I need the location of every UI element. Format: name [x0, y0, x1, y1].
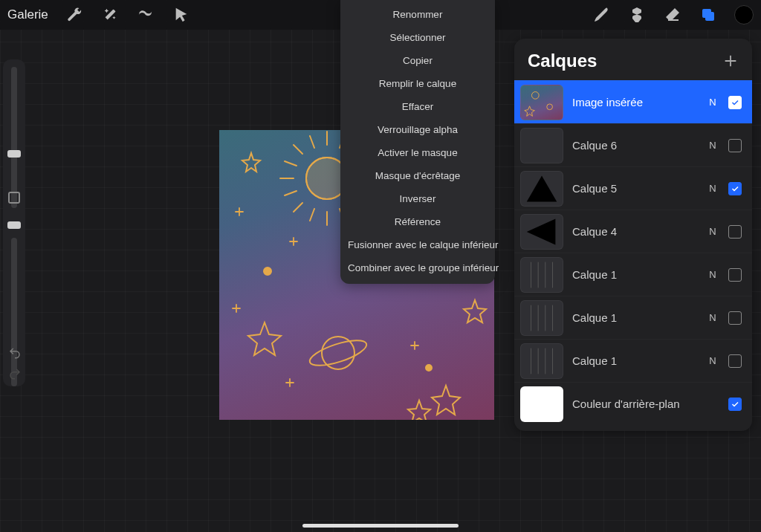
- wrench-icon[interactable]: [65, 5, 84, 25]
- layer-row[interactable]: Calque 4 N: [514, 210, 752, 253]
- layer-blend-mode[interactable]: N: [706, 312, 719, 323]
- eraser-icon[interactable]: [663, 5, 682, 25]
- layer-name: Image insérée: [572, 96, 697, 108]
- svg-point-24: [531, 91, 539, 99]
- layer-name: Calque 1: [572, 311, 697, 324]
- add-layer-icon[interactable]: [722, 53, 739, 69]
- svg-point-25: [547, 103, 553, 109]
- layer-blend-mode[interactable]: N: [706, 97, 719, 108]
- layer-name: Couleur d'arrière-plan: [572, 398, 697, 410]
- undo-icon[interactable]: [8, 346, 22, 360]
- layer-thumbnail: [520, 386, 563, 422]
- brush-icon[interactable]: [592, 5, 611, 25]
- ctx-fill[interactable]: Remplir le calque: [340, 72, 495, 95]
- layers-panel: Calques Image insérée N Calque 6 N Calqu…: [514, 39, 752, 431]
- svg-marker-27: [527, 218, 556, 244]
- layer-visibility-checkbox[interactable]: [728, 311, 742, 325]
- svg-point-21: [426, 365, 432, 371]
- ctx-combine-down[interactable]: Combiner avec le groupe inférieur: [340, 256, 495, 279]
- modifier-button[interactable]: [8, 192, 20, 204]
- ctx-alpha-lock[interactable]: Verrouillage alpha: [340, 118, 495, 141]
- svg-line-10: [310, 136, 314, 148]
- layer-row[interactable]: Calque 6 N: [514, 123, 752, 166]
- smudge-icon[interactable]: [627, 5, 647, 25]
- opacity-slider-track[interactable]: [11, 238, 17, 386]
- brush-size-slider-track[interactable]: [11, 67, 17, 208]
- ctx-clear[interactable]: Effacer: [340, 95, 495, 118]
- ctx-invert[interactable]: Inverser: [340, 187, 495, 210]
- layer-name: Calque 4: [572, 225, 697, 238]
- svg-line-12: [285, 161, 297, 166]
- opacity-slider-thumb[interactable]: [7, 221, 21, 229]
- layer-visibility-checkbox[interactable]: [728, 96, 742, 109]
- layer-row[interactable]: Calque 1 N: [514, 296, 752, 339]
- layer-blend-mode[interactable]: N: [706, 183, 719, 194]
- left-sidebar: [3, 59, 25, 386]
- layers-panel-title: Calques: [528, 51, 597, 71]
- gallery-button[interactable]: Galerie: [7, 7, 48, 22]
- svg-rect-23: [705, 12, 714, 21]
- layer-visibility-checkbox[interactable]: [728, 182, 742, 195]
- home-indicator: [302, 524, 459, 528]
- layer-name: Calque 5: [572, 182, 697, 195]
- layers-icon[interactable]: [699, 5, 718, 25]
- layer-visibility-checkbox[interactable]: [728, 139, 742, 152]
- layer-visibility-checkbox[interactable]: [728, 398, 742, 411]
- layer-row[interactable]: Calque 1 N: [514, 339, 752, 382]
- ctx-rename[interactable]: Renommer: [340, 3, 495, 26]
- layer-name: Calque 6: [572, 139, 697, 152]
- ctx-reference[interactable]: Référence: [340, 210, 495, 233]
- layer-blend-mode[interactable]: N: [706, 226, 719, 237]
- svg-line-14: [285, 191, 297, 195]
- layer-thumbnail: [520, 85, 563, 120]
- color-swatch[interactable]: [734, 5, 754, 25]
- ctx-mask[interactable]: Activer le masque: [340, 141, 495, 164]
- layer-row[interactable]: Image insérée N: [514, 80, 752, 123]
- layer-thumbnail: [520, 128, 563, 163]
- background-layer-row[interactable]: Couleur d'arrière-plan: [514, 382, 752, 425]
- layer-name: Calque 1: [572, 268, 697, 281]
- layer-row[interactable]: Calque 5 N: [514, 166, 752, 210]
- layer-visibility-checkbox[interactable]: [728, 225, 742, 239]
- redo-icon[interactable]: [8, 367, 22, 380]
- layer-row[interactable]: Calque 1 N: [514, 253, 752, 296]
- ctx-copy[interactable]: Copier: [340, 49, 495, 72]
- layer-thumbnail: [520, 257, 563, 293]
- layer-visibility-checkbox[interactable]: [728, 354, 742, 368]
- wand-icon[interactable]: [100, 5, 120, 25]
- cursor-icon[interactable]: [172, 5, 191, 25]
- svg-marker-26: [527, 175, 557, 201]
- layer-visibility-checkbox[interactable]: [728, 268, 742, 282]
- layer-thumbnail: [520, 300, 563, 336]
- svg-point-20: [264, 267, 271, 275]
- svg-line-16: [310, 209, 314, 221]
- brush-size-slider-thumb[interactable]: [7, 150, 21, 158]
- layer-thumbnail: [520, 343, 563, 379]
- layer-thumbnail: [520, 214, 563, 250]
- svg-line-8: [294, 203, 302, 212]
- svg-line-6: [294, 145, 302, 154]
- ctx-select[interactable]: Sélectionner: [340, 26, 495, 49]
- ctx-merge-down[interactable]: Fusionner avec le calque inférieur: [340, 233, 495, 256]
- layer-blend-mode[interactable]: N: [706, 140, 719, 151]
- ctx-clip-mask[interactable]: Masque d'écrêtage: [340, 164, 495, 187]
- selection-icon[interactable]: [136, 5, 155, 25]
- layer-name: Calque 1: [572, 354, 697, 367]
- layer-thumbnail: [520, 171, 563, 207]
- svg-point-19: [307, 335, 369, 371]
- layer-blend-mode[interactable]: N: [706, 355, 719, 366]
- layer-context-menu: Renommer Sélectionner Copier Remplir le …: [340, 0, 495, 284]
- layer-blend-mode[interactable]: N: [706, 269, 719, 280]
